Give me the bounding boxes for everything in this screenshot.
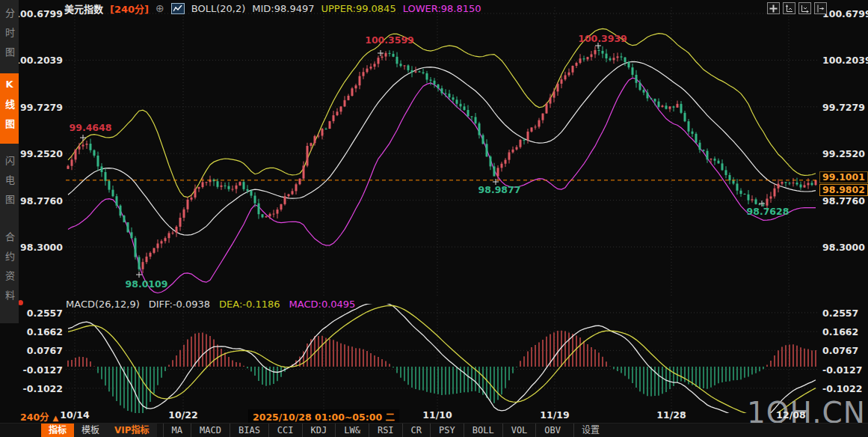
indicator-button-boll[interactable]: BOLL [464,424,502,437]
macd-label[interactable]: MACD(26,12,9) [66,299,140,310]
macd-axis-label: 0.0767 [27,345,63,356]
low-price-annotation: 98.7628 [747,206,789,217]
period-selector[interactable]: 240分▲ [20,409,58,424]
date-tick-label: 10/14 [60,409,89,421]
macd-macd-value: MACD:0.0495 [289,299,356,310]
macd-panel-marker-icon[interactable] [18,300,23,305]
indicator-button-macd[interactable]: MACD [191,424,230,437]
y-axis-scale-icon[interactable] [783,2,795,14]
indicator-button-vol[interactable]: VOL [502,424,536,437]
macd-axis-label: 0.2557 [822,308,858,319]
bottom-toolbar: 指标 模板 VIP指标 MAMACDBIASCCIKDJLW&RSICRPSYB… [0,423,868,437]
trading-terminal: 美元指数 [240分] ⊕ BOLL(20,2) MID:98.9497 UPP… [0,0,868,437]
date-tick-label: 11/10 [422,409,452,421]
macd-axis-label: -0.0127 [822,364,862,376]
macd-axis-right: 0.25570.16620.0767-0.0127-0.1022 [822,0,868,437]
indicator-button-bias[interactable]: BIAS [230,424,268,437]
indicator-button-ma[interactable]: MA [163,424,191,437]
indicator-button-obv[interactable]: OBV [535,424,569,437]
tab-indicators[interactable]: 指标 [41,424,74,437]
sidebar-tab-flash-chart[interactable]: 闪电图 [0,150,19,219]
sidebar: 分时图 K线图 闪电图 合约资料 [0,0,19,323]
high-price-annotation: 99.4648 [70,122,112,133]
macd-dea-value: DEA:-0.1186 [219,299,280,310]
selected-bar-datetime: 2025/10/28 01:00~05:00 二 [248,409,399,424]
date-tick-label: 11/19 [540,409,569,421]
boll-mid-value: MID:98.9497 [252,3,314,14]
chart-header: 美元指数 [240分] ⊕ BOLL(20,2) MID:98.9497 UPP… [64,1,481,15]
high-price-annotation: 100.3599 [365,34,414,46]
date-tick-label: 12/08 [776,409,805,421]
date-tick-label: 10/22 [168,409,197,421]
macd-diff-value: DIFF:-0.0938 [149,299,210,310]
low-price-annotation: 98.9877 [478,184,521,195]
sidebar-tab-kline-chart[interactable]: K线图 [0,73,19,144]
boll-label: BOLL(20,2) [191,3,246,14]
indicator-button-cr[interactable]: CR [402,424,430,437]
link-circle-plus-icon[interactable]: ⊕ [156,2,164,14]
x-axis-scale-icon[interactable] [798,2,811,14]
macd-axis-label: 0.0767 [822,345,858,356]
indicator-button-rsi[interactable]: RSI [369,424,402,437]
boll-upper-value: UPPER:99.0845 [321,3,395,14]
indicator-buttons: MAMACDBIASCCIKDJLW&RSICRPSYBOLLVOLOBV [163,424,569,437]
kline-chart-canvas [0,0,868,437]
pan-right-icon[interactable] [814,2,827,14]
period-badge[interactable]: [240分] [110,1,149,16]
tab-vip-indicators[interactable]: VIP指标 [107,424,157,437]
triangle-up-icon: ▲ [53,414,59,422]
low-price-annotation: 98.0109 [126,278,168,290]
macd-axis-label: 0.1662 [822,326,858,337]
indicator-chart-icon[interactable] [171,3,185,14]
indicator-button-cci[interactable]: CCI [268,424,302,437]
macd-axis-label: -0.1022 [23,383,63,394]
macd-axis-label: -0.1022 [822,383,862,394]
indicator-button-kdj[interactable]: KDJ [302,424,336,437]
macd-axis-label: 0.1662 [27,326,63,337]
chart-toolbar-icons [767,2,827,14]
macd-axis-label: 0.2557 [27,308,63,319]
sidebar-tab-contract-info[interactable]: 合约资料 [0,227,19,315]
tab-templates[interactable]: 模板 [74,424,107,437]
high-price-annotation: 100.3939 [578,33,627,44]
indicator-button-lw[interactable]: LW& [335,424,369,437]
macd-axis-left: 0.25570.16620.0767-0.0127-0.1022 [18,0,64,437]
macd-axis-label: -0.0127 [23,364,63,376]
last-price-badge: 98.9802 [819,184,868,196]
ref-price-badge: 99.1001 [819,171,868,183]
boll-lower-value: LOWER:98.8150 [403,3,481,14]
crosshair-tool-icon[interactable] [767,2,780,14]
time-axis: 240分▲ 10/1410/222025/10/28 01:00~05:00 二… [0,408,868,423]
period-label: 240分 [20,412,49,423]
settings-button[interactable]: 设置 [573,424,607,437]
indicator-button-psy[interactable]: PSY [430,424,464,437]
date-tick-label: 11/28 [656,409,686,421]
sidebar-tab-time-chart[interactable]: 分时图 [0,3,19,72]
macd-header: MACD(26,12,9) DIFF:-0.0938 DEA:-0.1186 M… [66,299,355,310]
symbol-name: 美元指数 [64,1,103,16]
